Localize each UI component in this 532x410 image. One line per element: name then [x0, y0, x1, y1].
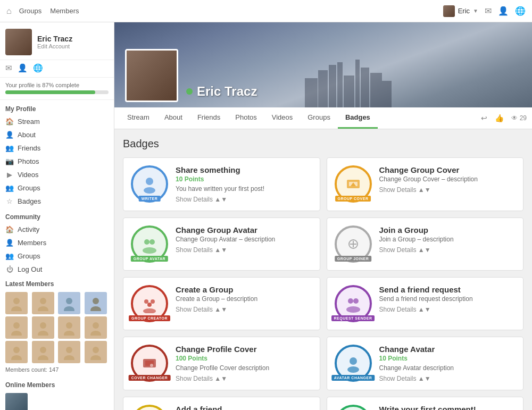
- globe-icon[interactable]: 🌐: [515, 6, 526, 16]
- badge-icon-join-group: GROUP JOINER: [335, 225, 372, 263]
- badge-icon-profile-cover: COVER CHANGER: [131, 345, 168, 382]
- sidebar-person-icon[interactable]: 👤: [18, 63, 28, 73]
- badge-card-join-group: GROUP JOINER Join a Group Join a Group –…: [327, 217, 524, 271]
- svg-rect-32: [382, 81, 392, 107]
- members-count-label: Members count: 147: [5, 366, 109, 373]
- progress-bar-background: [5, 90, 109, 94]
- tab-stream[interactable]: Stream: [120, 107, 157, 129]
- tab-about[interactable]: About: [157, 107, 190, 129]
- svg-point-45: [151, 299, 155, 304]
- member-thumb-6[interactable]: [32, 316, 54, 339]
- badge-info-join-group: Join a Group Join a Group – description …: [379, 225, 516, 254]
- sidebar-item-activity[interactable]: 🏠 Activity: [0, 223, 114, 236]
- sidebar-item-stream[interactable]: 🏠 Stream: [0, 115, 114, 128]
- groups-icon: 👥: [5, 184, 14, 192]
- badge-svg-share: [140, 174, 159, 194]
- badge-show-details-share[interactable]: Show Details ▲▼: [176, 196, 312, 203]
- badge-show-details-join-group[interactable]: Show Details ▲▼: [379, 246, 516, 254]
- badge-svg-group-avatar: [140, 235, 159, 254]
- profile-name-wrap: Eric Tracz: [186, 84, 257, 99]
- badge-info-change-avatar: Change Avatar 10 Points Change Avatar de…: [379, 345, 516, 382]
- badge-ribbon-profile-cover: COVER CHANGER: [129, 375, 171, 381]
- sidebar-globe-icon[interactable]: 🌐: [33, 63, 43, 73]
- badge-show-details-create-group[interactable]: Show Details ▲▼: [176, 306, 312, 313]
- svg-point-14: [93, 322, 99, 329]
- member-thumb-4[interactable]: [85, 292, 107, 314]
- share-icon[interactable]: ↩: [481, 114, 487, 122]
- edit-account-link[interactable]: Edit Account: [37, 43, 72, 49]
- member-thumb-11[interactable]: [58, 341, 80, 363]
- badge-points-share: 10 Points: [176, 175, 312, 183]
- badge-svg-group-cover: [344, 174, 363, 194]
- badge-show-details-profile-cover[interactable]: Show Details ▲▼: [176, 375, 312, 382]
- svg-point-46: [147, 303, 152, 307]
- member-thumb-9[interactable]: [5, 341, 28, 363]
- tab-photos[interactable]: Photos: [228, 107, 264, 129]
- sidebar-item-videos[interactable]: ▶ Videos: [0, 168, 114, 181]
- online-member-avatar[interactable]: [5, 393, 28, 410]
- member-thumb-3[interactable]: [58, 292, 80, 314]
- email-icon[interactable]: ✉: [485, 6, 492, 16]
- tab-badges[interactable]: Badges: [338, 107, 378, 129]
- member-thumb-5[interactable]: [5, 316, 28, 339]
- top-nav-links: Groups Members: [19, 7, 443, 15]
- sidebar-friends-label: Friends: [18, 144, 40, 152]
- member-thumb-2[interactable]: [32, 292, 54, 314]
- sidebar-profile: Eric Tracz Edit Account: [0, 22, 114, 60]
- badge-icon-share: WRITER: [131, 165, 168, 203]
- sidebar-item-about[interactable]: 👤 About: [0, 128, 114, 141]
- badge-ribbon-group-cover: GROUP COVER: [335, 196, 371, 202]
- badge-show-details-group-avatar[interactable]: Show Details ▲▼: [176, 246, 312, 254]
- badge-card-add-friend: BEFRIENDER Add a friend 10 Points Get yo…: [123, 397, 320, 410]
- svg-rect-26: [337, 62, 343, 107]
- badge-icon-create-group: GROUP CREATOR: [131, 285, 168, 322]
- badge-name-first-comment: Write your first comment!: [379, 405, 516, 410]
- sidebar-email-icon[interactable]: ✉: [5, 63, 12, 73]
- member-thumb-1[interactable]: [5, 292, 28, 314]
- sidebar-item-badges[interactable]: ☆ Badges: [0, 195, 114, 208]
- badge-card-friend-request: REQUEST SENDER Send a friend request Sen…: [327, 277, 524, 330]
- svg-point-5: [64, 306, 74, 311]
- svg-point-47: [143, 308, 156, 313]
- nav-groups-link[interactable]: Groups: [19, 7, 42, 15]
- sidebar-item-friends[interactable]: 👥 Friends: [0, 141, 114, 155]
- member-thumb-12[interactable]: [85, 341, 107, 363]
- badge-icon-change-avatar: AVATAR CHANGER: [335, 345, 372, 382]
- sidebar-item-members[interactable]: 👤 Members: [0, 236, 114, 249]
- activity-icon: 🏠: [5, 225, 14, 233]
- member-thumb-8[interactable]: [85, 316, 107, 339]
- svg-point-16: [13, 347, 20, 353]
- tab-friends[interactable]: Friends: [190, 107, 228, 129]
- person-icon[interactable]: 👤: [498, 6, 509, 16]
- tab-groups[interactable]: Groups: [300, 107, 338, 129]
- badge-show-details-friend-request[interactable]: Show Details ▲▼: [379, 306, 516, 313]
- nav-members-link[interactable]: Members: [50, 7, 79, 15]
- svg-rect-30: [370, 73, 382, 107]
- badge-show-details-group-cover[interactable]: Show Details ▲▼: [379, 186, 516, 194]
- badge-card-first-comment: COMMENTER Write your first comment! 10 P…: [327, 397, 524, 410]
- profile-tabs: Stream About Friends Photos Videos Group…: [114, 107, 532, 129]
- badge-show-details-change-avatar[interactable]: Show Details ▲▼: [379, 375, 516, 382]
- sidebar-item-photos[interactable]: 📷 Photos: [0, 155, 114, 168]
- member-thumb-7[interactable]: [58, 316, 80, 339]
- svg-point-55: [347, 366, 359, 373]
- svg-point-12: [66, 322, 72, 329]
- sidebar-activity-label: Activity: [18, 225, 39, 233]
- sidebar-about-label: About: [18, 131, 36, 139]
- member-thumb-10[interactable]: [32, 341, 54, 363]
- sidebar-icons: ✉ 👤 🌐: [0, 60, 114, 78]
- tab-videos[interactable]: Videos: [264, 107, 301, 129]
- badge-card-change-group-cover: GROUP COVER Change Group Cover Change Gr…: [327, 157, 524, 211]
- svg-point-23: [90, 355, 101, 360]
- svg-point-50: [346, 306, 360, 313]
- svg-rect-28: [355, 60, 360, 107]
- sidebar-item-groups[interactable]: 👥 Groups: [0, 181, 114, 195]
- home-icon[interactable]: ⌂: [6, 6, 12, 16]
- sidebar-item-community-groups[interactable]: 👥 Groups: [0, 249, 114, 263]
- badge-name-add-friend: Add a friend: [176, 405, 312, 410]
- svg-point-33: [146, 178, 153, 185]
- like-icon[interactable]: 👍: [495, 114, 504, 122]
- top-nav-user[interactable]: Eric ▼: [443, 5, 478, 17]
- videos-icon: ▶: [5, 171, 14, 179]
- sidebar-item-logout[interactable]: ⏻ Log Out: [0, 263, 114, 276]
